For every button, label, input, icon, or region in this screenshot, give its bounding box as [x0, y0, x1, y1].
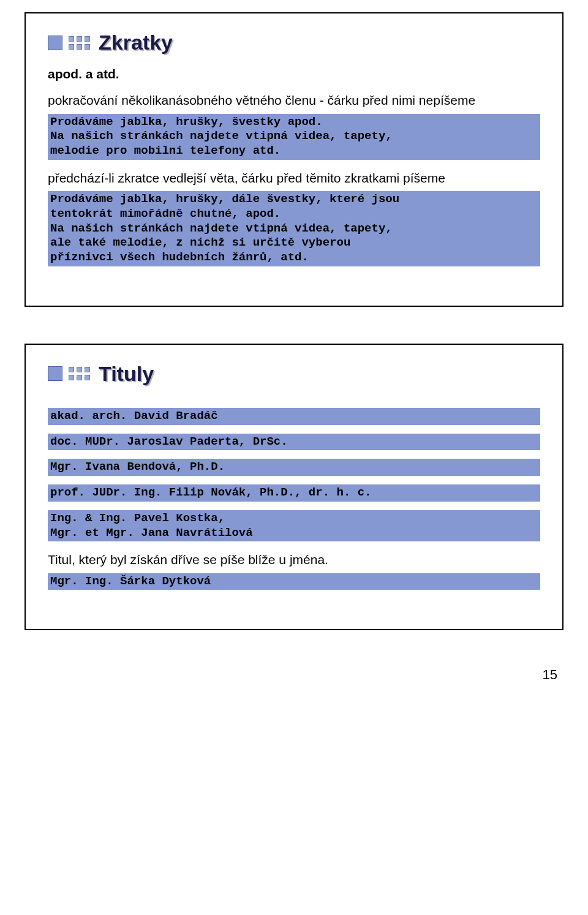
paragraph: pokračování několikanásobného větného čl…: [48, 92, 540, 108]
slide-title: Tituly: [99, 362, 154, 386]
example-block: Mgr. Ivana Bendová, Ph.D.: [48, 459, 540, 476]
paragraph: Titul, který byl získán dříve se píše bl…: [48, 551, 540, 568]
header-square-icon: [48, 366, 62, 381]
example-block: Prodáváme jablka, hrušky, dále švestky, …: [48, 191, 540, 266]
header-square-icon: [48, 36, 62, 50]
example-block: Ing. & Ing. Pavel Kostka, Mgr. et Mgr. J…: [48, 510, 540, 542]
paragraph: předchází-li zkratce vedlejší věta, čárk…: [48, 170, 540, 186]
slide-tituly: Tituly akad. arch. David Bradáč doc. MUD…: [24, 344, 564, 631]
slide-title: Zkratky: [99, 31, 173, 55]
slide-header: Tituly: [48, 362, 540, 386]
example-block: prof. JUDr. Ing. Filip Novák, Ph.D., dr.…: [48, 484, 540, 502]
example-block: Prodáváme jablka, hrušky, švestky apod. …: [48, 114, 540, 160]
subheading: apod. a atd.: [48, 66, 540, 82]
example-block: doc. MUDr. Jaroslav Paderta, DrSc.: [48, 434, 540, 451]
page-number: 15: [24, 667, 564, 683]
slide-header: Zkratky: [48, 31, 540, 55]
example-block: Mgr. Ing. Šárka Dytková: [48, 573, 540, 590]
example-block: akad. arch. David Bradáč: [48, 408, 540, 425]
header-dots-icon: [69, 367, 90, 380]
slide-zkratky: Zkratky apod. a atd. pokračování několik…: [24, 12, 564, 307]
header-dots-icon: [69, 36, 90, 50]
